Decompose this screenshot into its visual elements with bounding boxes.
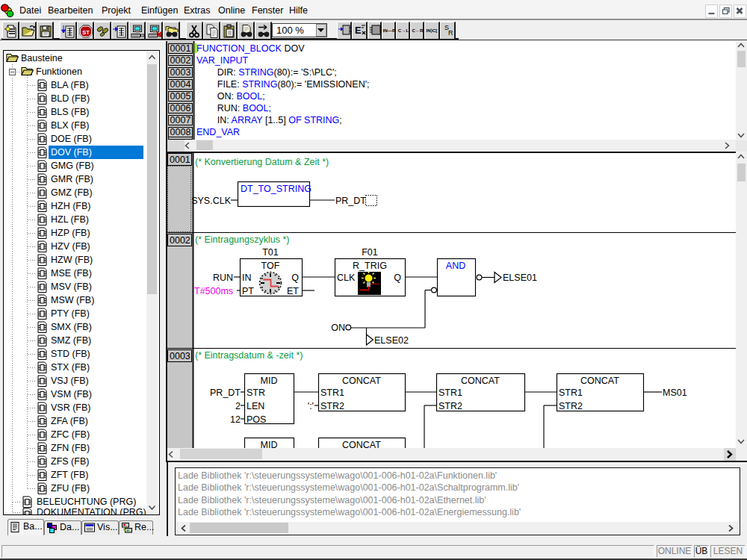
svg-text:ET: ET: [287, 286, 299, 296]
svg-text:FUNCTION_BLOCK DOV: FUNCTION_BLOCK DOV: [196, 43, 305, 54]
svg-text:STR1: STR1: [320, 388, 344, 398]
svg-text:IN〉C[: IN〉C[: [427, 28, 438, 34]
svg-text:(* Eintragungszyklus *): (* Eintragungszyklus *): [195, 234, 289, 245]
svg-text:MS01: MS01: [663, 388, 687, 398]
svg-text:0003: 0003: [170, 351, 190, 361]
svg-text:F01: F01: [362, 247, 378, 258]
svg-text:POS: POS: [247, 414, 266, 425]
svg-text:R: R: [448, 29, 453, 37]
svg-text:ST: ST: [82, 29, 90, 36]
svg-text:STR1: STR1: [559, 388, 583, 398]
svg-text:ON: ON: [331, 323, 345, 333]
svg-text:RUN: BOOL;: RUN: BOOL;: [196, 103, 271, 113]
svg-text:VAR_INPUT: VAR_INPUT: [196, 55, 249, 66]
svg-text:C→L: C→L: [398, 28, 409, 33]
svg-text:PT: PT: [242, 286, 254, 296]
svg-text:0007: 0007: [170, 115, 191, 125]
svg-text:END_VAR: END_VAR: [196, 127, 240, 137]
svg-text:R_TRIG: R_TRIG: [353, 261, 387, 271]
svg-text:T#500ms: T#500ms: [194, 286, 233, 296]
svg-text:E: E: [355, 25, 362, 36]
svg-text:0004: 0004: [170, 79, 191, 90]
svg-text:Q: Q: [394, 273, 401, 283]
svg-text:2: 2: [235, 401, 241, 411]
svg-text:DT_TO_STRING: DT_TO_STRING: [241, 184, 311, 194]
svg-text:0002: 0002: [170, 235, 190, 246]
svg-text:IN—R: IN—R: [383, 28, 396, 33]
svg-text:CLK: CLK: [337, 273, 356, 283]
svg-text:0001: 0001: [170, 155, 190, 165]
svg-text:0008: 0008: [170, 127, 191, 137]
svg-text:MID: MID: [261, 376, 278, 386]
svg-text:PR_DT: PR_DT: [335, 196, 366, 206]
svg-text:LEN: LEN: [247, 401, 264, 411]
svg-text:STR2: STR2: [438, 401, 462, 411]
svg-text:STR1: STR1: [438, 388, 462, 398]
svg-text:0002: 0002: [170, 55, 191, 66]
svg-text:ELSE02: ELSE02: [374, 335, 409, 346]
svg-text:AND: AND: [446, 261, 465, 271]
svg-text:Q: Q: [291, 273, 299, 283]
svg-text:(* Konvertierung Datum & Zeit: (* Konvertierung Datum & Zeit *): [195, 157, 329, 167]
svg-text:':': ':': [308, 401, 314, 411]
svg-text:C←R: C←R: [412, 28, 424, 33]
svg-text:FILE: STRING(80):= 'EMISSIONEN: FILE: STRING(80):= 'EMISSIONEN';: [196, 79, 370, 90]
svg-text:12: 12: [230, 414, 241, 425]
svg-text:SYS.CLK: SYS.CLK: [191, 196, 231, 206]
svg-text:STR2: STR2: [559, 401, 583, 411]
svg-text:ON: BOOL;: ON: BOOL;: [196, 91, 265, 102]
svg-text:DIR: STRING(80):= 'S:\PLC';: DIR: STRING(80):= 'S:\PLC';: [196, 67, 337, 78]
svg-text:PR_DT: PR_DT: [210, 388, 241, 398]
svg-text:0005: 0005: [170, 91, 191, 102]
svg-text:CONCAT: CONCAT: [580, 376, 619, 386]
svg-text:0001: 0001: [170, 43, 191, 54]
svg-text:RUN: RUN: [213, 273, 233, 283]
svg-text:CONCAT: CONCAT: [461, 376, 500, 386]
svg-text:0003: 0003: [170, 67, 191, 78]
svg-text:T01: T01: [262, 247, 279, 258]
svg-text:CONCAT: CONCAT: [342, 376, 381, 386]
svg-text:STR2: STR2: [320, 401, 344, 411]
svg-text:IN: IN: [242, 273, 252, 283]
svg-text:TOF: TOF: [261, 261, 280, 271]
svg-text:STR: STR: [247, 388, 265, 398]
svg-text:ELSE01: ELSE01: [503, 273, 537, 283]
svg-text:(* Eintragsdatum & -zeit *): (* Eintragsdatum & -zeit *): [195, 350, 303, 361]
svg-text:IN: ARRAY [1..5] OF STRING;: IN: ARRAY [1..5] OF STRING;: [196, 115, 342, 125]
svg-text:0006: 0006: [170, 103, 191, 113]
